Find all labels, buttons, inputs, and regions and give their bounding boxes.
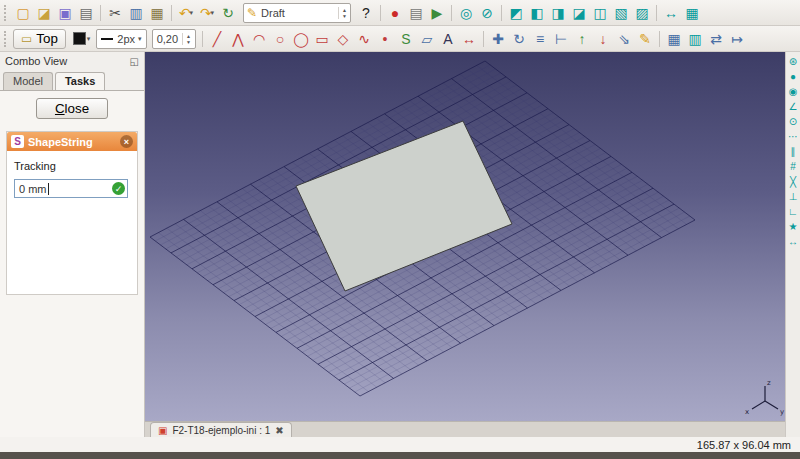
view-isometric-button[interactable]: ◩ [506, 3, 526, 23]
draft-polygon-button[interactable]: ◇ [333, 29, 353, 49]
toolbar-drag-handle[interactable] [4, 31, 8, 47]
draft-polyline-button[interactable]: ⋀ [228, 29, 248, 49]
refresh-button[interactable]: ↻ [218, 3, 238, 23]
draft-clone-button[interactable]: ▥ [685, 29, 705, 49]
snap-special-button[interactable]: ★ [787, 220, 800, 233]
line-width-select[interactable]: 2px ▾ [96, 29, 146, 49]
macro-record-button[interactable]: ● [385, 3, 405, 23]
draft-ellipse-icon: ◯ [293, 32, 309, 46]
save-document-button[interactable]: ▣ [55, 3, 75, 23]
draft-ellipse-button[interactable]: ◯ [291, 29, 311, 49]
caret-down-icon: ▼ [342, 13, 347, 19]
workbench-selector[interactable]: ✎ Draft ▲ ▼ [243, 3, 351, 23]
snap-dimensions-button[interactable]: ↔ [787, 235, 800, 248]
texture-mapping-button[interactable]: ▦ [682, 3, 702, 23]
snap-parallel-button[interactable]: ∥ [787, 145, 800, 158]
draft-stretch-button[interactable]: ↦ [727, 29, 747, 49]
view-left-button[interactable]: ▨ [632, 3, 652, 23]
line-color-picker[interactable]: ▾ [70, 29, 94, 49]
draft-circle-button[interactable]: ○ [270, 29, 290, 49]
task-close-icon[interactable]: × [120, 135, 133, 148]
cut-icon: ✂ [109, 6, 121, 20]
snap-perpendicular-button[interactable]: ⊥ [787, 190, 800, 203]
view-top-button[interactable]: ◨ [548, 3, 568, 23]
whats-this-button[interactable]: ? [356, 3, 376, 23]
draft-rectangle-button[interactable]: ▭ [312, 29, 332, 49]
draft-text-button[interactable]: A [438, 29, 458, 49]
fit-all-button[interactable]: ◎ [456, 3, 476, 23]
snap-endpoint-icon: ● [790, 72, 796, 82]
draft-arc-button[interactable]: ◠ [249, 29, 269, 49]
workbench-selected-value: Draft [261, 7, 285, 19]
scale-spinbox[interactable]: 0,20 ▲ ▼ [152, 29, 196, 49]
draft-point-button[interactable]: • [375, 29, 395, 49]
paste-icon: ▦ [150, 6, 163, 20]
view-bottom-button[interactable]: ▧ [611, 3, 631, 23]
snap-lock-button[interactable]: ⊛ [787, 55, 800, 68]
scale-spinner-icons[interactable]: ▲ ▼ [182, 33, 191, 45]
float-panel-icon[interactable]: ◱ [130, 56, 139, 67]
snap-grid-button[interactable]: # [787, 160, 800, 173]
snap-intersection-button[interactable]: ╳ [787, 175, 800, 188]
cut-button[interactable]: ✂ [105, 3, 125, 23]
draft-offset-button[interactable]: ≡ [530, 29, 550, 49]
document-tab[interactable]: ▣ F2-T18-ejemplo-ini : 1 ✖ [150, 422, 292, 437]
draft-mirror-button[interactable]: ⇄ [706, 29, 726, 49]
snap-extension-button[interactable]: ⋯ [787, 130, 800, 143]
draft-move-button[interactable]: ✚ [488, 29, 508, 49]
macro-view-actions-group: ?●▤▶◎⊘◩◧◨◪◫▧▨↔▦ [356, 3, 702, 23]
draft-text-icon: A [443, 32, 452, 46]
draft-edit-button[interactable]: ✎ [635, 29, 655, 49]
draft-shapestring-button[interactable]: S [396, 29, 416, 49]
measure-distance-button[interactable]: ↔ [661, 3, 681, 23]
combo-view-header: Combo View ◱ [0, 52, 144, 70]
draft-workbench-icon: ✎ [247, 6, 257, 20]
open-document-button[interactable]: ◪ [34, 3, 54, 23]
copy-icon: ▥ [129, 6, 142, 20]
draw-style-button[interactable]: ⊘ [477, 3, 497, 23]
paste-button[interactable]: ▦ [147, 3, 167, 23]
line-width-value: 2px [117, 33, 135, 45]
workbench-spinner-icons[interactable]: ▲ ▼ [338, 7, 347, 19]
toolbar-drag-handle[interactable] [4, 5, 8, 21]
print-button[interactable]: ▤ [76, 3, 96, 23]
execute-macro-button[interactable]: ▶ [427, 3, 447, 23]
draft-line-button[interactable]: ╱ [207, 29, 227, 49]
snap-angle-button[interactable]: ∠ [787, 100, 800, 113]
tab-close-icon[interactable]: ✖ [275, 425, 283, 436]
new-document-button[interactable]: ▢ [13, 3, 33, 23]
macros-dialog-button[interactable]: ▤ [406, 3, 426, 23]
tracking-input[interactable]: 0 mm ✓ [14, 179, 128, 198]
view-front-button[interactable]: ◧ [527, 3, 547, 23]
tab-tasks[interactable]: Tasks [55, 72, 105, 90]
redo-button[interactable]: ↷▾ [197, 3, 217, 23]
view-isometric-icon: ◩ [509, 6, 522, 20]
toolbar-separator [100, 5, 101, 21]
working-plane-button[interactable]: ▭ Top [13, 29, 66, 49]
tasks-panel: Close S ShapeString × Tracking 0 mm ✓ [0, 90, 144, 437]
snap-midpoint-button[interactable]: ◉ [787, 85, 800, 98]
view-right-button[interactable]: ◪ [569, 3, 589, 23]
draft-facebinder-button[interactable]: ▱ [417, 29, 437, 49]
draft-trimex-button[interactable]: ⊢ [551, 29, 571, 49]
draft-upgrade-button[interactable]: ↑ [572, 29, 592, 49]
draft-downgrade-button[interactable]: ↓ [593, 29, 613, 49]
draft-bspline-button[interactable]: ∿ [354, 29, 374, 49]
copy-button[interactable]: ▥ [126, 3, 146, 23]
draft-scale-button[interactable]: ⇘ [614, 29, 634, 49]
snap-endpoint-button[interactable]: ● [787, 70, 800, 83]
draft-dimension-button[interactable]: ↔ [459, 29, 479, 49]
tab-model[interactable]: Model [3, 72, 53, 90]
draft-array-button[interactable]: ▦ [664, 29, 684, 49]
refresh-icon: ↻ [222, 6, 234, 20]
snap-ortho-button[interactable]: ∟ [787, 205, 800, 218]
undo-button[interactable]: ↶▾ [176, 3, 196, 23]
snap-center-button[interactable]: ⊙ [787, 115, 800, 128]
snap-center-icon: ⊙ [789, 117, 797, 127]
3d-viewport[interactable]: z x y [145, 52, 785, 421]
snap-lock-icon: ⊛ [789, 57, 797, 67]
draft-rotate-button[interactable]: ↻ [509, 29, 529, 49]
view-rear-button[interactable]: ◫ [590, 3, 610, 23]
draft-line-icon: ╱ [213, 32, 221, 46]
close-task-button[interactable]: Close [36, 98, 108, 119]
